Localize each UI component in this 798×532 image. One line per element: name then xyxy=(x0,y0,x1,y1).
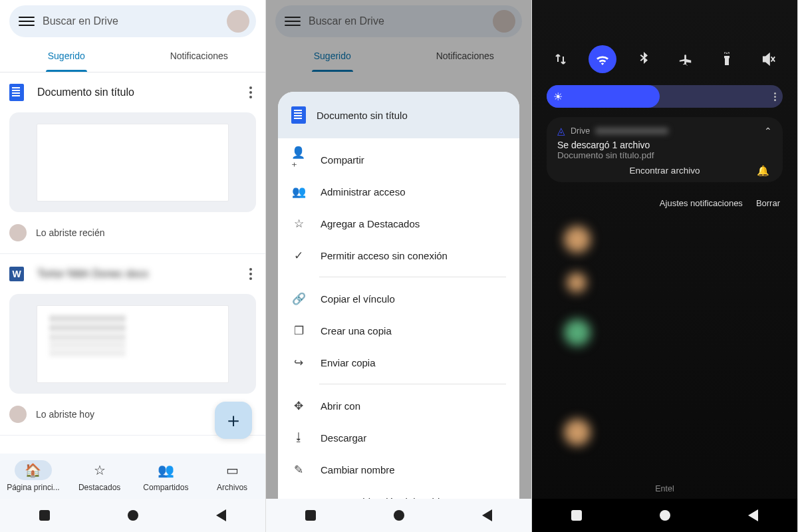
qs-airplane[interactable] xyxy=(672,45,700,73)
chevron-up-icon[interactable]: ⌃ xyxy=(764,126,772,136)
file-thumbnail[interactable] xyxy=(9,112,256,212)
back-button[interactable] xyxy=(482,509,492,521)
brightness-slider[interactable]: ☀ xyxy=(547,85,783,108)
redacted-text xyxy=(595,128,668,134)
more-icon[interactable] xyxy=(245,84,256,101)
notification-card[interactable]: ◬ Drive ⌃ Se descargó 1 archivo Document… xyxy=(547,117,783,182)
fab-new[interactable]: ＋ xyxy=(215,402,252,439)
drive-icon: ◬ xyxy=(557,125,565,137)
menu-item-label: Abrir con xyxy=(321,400,360,412)
sheet-title: Documento sin título xyxy=(317,110,408,121)
recents-button[interactable] xyxy=(305,510,316,521)
nav-label: Compartidos xyxy=(143,483,188,492)
people-icon: 👥 xyxy=(291,185,306,199)
back-button[interactable] xyxy=(748,509,758,521)
bottom-nav: 🏠 Página princi... ☆ Destacados 👥 Compar… xyxy=(0,454,265,499)
avatar xyxy=(9,224,27,241)
menu-item-link[interactable]: 🔗Copiar el vínculo xyxy=(291,283,506,315)
avatar xyxy=(9,406,27,423)
sheet-body: 👤⁺Compartir👥Administrar acceso☆Agregar a… xyxy=(278,138,519,499)
nav-shared[interactable]: 👥 Compartidos xyxy=(133,454,200,499)
shade-background xyxy=(532,0,797,532)
tab-notifications[interactable]: Notificaciones xyxy=(133,40,266,72)
menu-item-rename[interactable]: ✎Cambiar nombre xyxy=(291,454,506,485)
menu-icon[interactable] xyxy=(19,13,35,29)
menu-item-star[interactable]: ☆Agregar a Destacados xyxy=(291,207,506,239)
bell-icon[interactable]: 🔔 xyxy=(757,165,769,177)
notification-title: Se descargó 1 archivo xyxy=(557,140,772,150)
menu-item-people[interactable]: 👥Administrar acceso xyxy=(291,176,506,207)
nav-label: Archivos xyxy=(217,483,247,492)
star-icon: ☆ xyxy=(81,460,118,480)
file-meta: Lo abriste recién xyxy=(36,227,105,238)
file-meta: Lo abriste hoy xyxy=(36,409,94,420)
tab-suggested[interactable]: Sugerido xyxy=(0,40,133,72)
more-icon[interactable] xyxy=(774,92,776,101)
brightness-fill: ☀ xyxy=(547,85,660,108)
word-icon: W xyxy=(9,267,24,281)
nav-label: Destacados xyxy=(78,483,120,492)
menu-item-label: Administrar acceso xyxy=(321,186,406,198)
people-icon: 👥 xyxy=(147,460,184,480)
menu-item-label: Cambiar nombre xyxy=(321,464,395,475)
docs-icon xyxy=(9,84,24,101)
nav-starred[interactable]: ☆ Destacados xyxy=(66,454,133,499)
shade-settings-link[interactable]: Ajustes notificaciones xyxy=(660,198,743,208)
folder-icon: ▭ xyxy=(213,460,251,480)
qs-mute[interactable] xyxy=(755,45,783,73)
qs-bluetooth[interactable] xyxy=(630,45,658,73)
star-icon: ☆ xyxy=(291,217,306,231)
recents-button[interactable] xyxy=(571,510,582,521)
menu-item-open[interactable]: ✥Abrir con xyxy=(291,390,506,422)
notification-shade-screen: ☀ ◬ Drive ⌃ Se descargó 1 archivo Docume… xyxy=(532,0,798,532)
menu-item-send[interactable]: ↪Enviar copia xyxy=(291,346,506,378)
more-icon[interactable] xyxy=(245,265,256,283)
search-bar[interactable]: Buscar en Drive xyxy=(9,5,256,37)
menu-item-offline[interactable]: ✓Permitir acceso sin conexión xyxy=(291,239,506,271)
notification-action[interactable]: Encontrar archivo xyxy=(630,166,700,176)
docs-icon xyxy=(291,106,306,124)
nav-home[interactable]: 🏠 Página princi... xyxy=(0,454,66,499)
download-icon: ⭳ xyxy=(291,431,306,444)
sheet-header: Documento sin título xyxy=(278,92,519,138)
qs-wifi[interactable] xyxy=(589,45,616,73)
home-button[interactable] xyxy=(128,510,138,521)
menu-item-label: Crear una copia xyxy=(321,325,392,336)
qs-data[interactable] xyxy=(547,45,575,73)
system-nav xyxy=(0,499,265,532)
search-placeholder: Buscar en Drive xyxy=(43,15,227,27)
nav-label: Página princi... xyxy=(7,483,59,492)
file-item[interactable]: Documento sin título Lo abriste recién xyxy=(0,72,265,254)
rename-icon: ✎ xyxy=(291,463,306,477)
send-icon: ↪ xyxy=(291,356,306,370)
bottom-sheet: Documento sin título 👤⁺Compartir👥Adminis… xyxy=(278,92,519,499)
menu-item-label: Agregar a Destacados xyxy=(321,218,420,229)
menu-item-download[interactable]: ⭳Descargar xyxy=(291,422,506,454)
offline-icon: ✓ xyxy=(291,249,306,263)
menu-item-person-plus[interactable]: 👤⁺Compartir xyxy=(291,144,506,176)
link-icon: 🔗 xyxy=(291,292,306,306)
divider xyxy=(319,277,506,277)
carrier-label: Entel xyxy=(532,484,797,493)
back-button[interactable] xyxy=(216,509,226,521)
menu-item-label: Copiar el vínculo xyxy=(321,293,395,305)
avatar[interactable] xyxy=(227,10,249,33)
drive-file-menu-screen: Buscar en Drive Sugerido Notificaciones … xyxy=(266,0,532,532)
notification-subtitle: Documento sin título.pdf xyxy=(557,150,772,160)
home-button[interactable] xyxy=(660,510,670,521)
menu-item-folder[interactable]: ▭Mostrar ubicación del archivo xyxy=(291,485,506,499)
qs-flashlight[interactable] xyxy=(713,45,741,73)
home-icon: 🏠 xyxy=(15,460,52,480)
tabs: Sugerido Notificaciones xyxy=(0,40,265,72)
file-thumbnail[interactable] xyxy=(9,294,256,394)
divider xyxy=(319,384,506,384)
home-button[interactable] xyxy=(394,510,404,521)
menu-item-label: Compartir xyxy=(321,154,364,166)
nav-files[interactable]: ▭ Archivos xyxy=(199,454,265,499)
shade-clear-link[interactable]: Borrar xyxy=(756,198,780,208)
system-nav xyxy=(266,499,531,532)
file-title: Documento sin título xyxy=(37,86,245,98)
menu-item-copy[interactable]: ❐Crear una copia xyxy=(291,315,506,346)
recents-button[interactable] xyxy=(39,510,50,521)
person-plus-icon: 👤⁺ xyxy=(291,146,306,174)
